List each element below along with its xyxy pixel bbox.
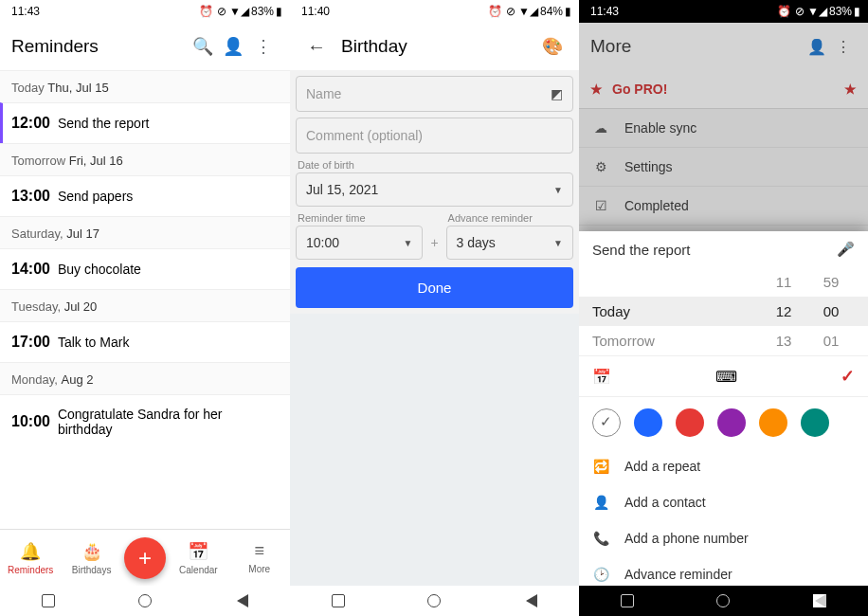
section-header: Monday, Aug 2: [0, 362, 290, 394]
picker-row-selected[interactable]: Today1200: [579, 297, 868, 326]
confirm-icon[interactable]: ✓: [841, 366, 855, 387]
section-header: Tuesday, Jul 20: [0, 289, 290, 321]
section-header: Today Thu, Jul 15: [0, 70, 290, 102]
color-orange[interactable]: [759, 408, 787, 437]
color-red[interactable]: [676, 408, 704, 437]
nav-birthdays[interactable]: 🎂Birthdays: [63, 541, 120, 575]
overflow-icon[interactable]: ⋮: [248, 36, 279, 57]
calendar-icon[interactable]: 📅: [592, 368, 611, 386]
advance-reminder-select[interactable]: 3 days▼: [446, 226, 573, 260]
birthday-form: Name◩ Comment (optional) Date of birth J…: [290, 70, 579, 314]
color-blue[interactable]: [634, 408, 662, 437]
add-person-icon[interactable]: 👤: [218, 36, 248, 57]
phone-icon: 📞: [592, 531, 609, 546]
system-nav: [290, 586, 579, 616]
advance-reminder[interactable]: 🕑Advance reminder: [579, 556, 868, 586]
empty-area: [290, 314, 579, 616]
recents-icon[interactable]: [621, 594, 634, 607]
status-bar: 11:43 ⏰ ⊘ ▼◢ 83% ▮: [0, 0, 290, 23]
picker-row[interactable]: 1159: [579, 267, 868, 297]
status-icons: ⏰ ⊘ ▼◢ 83% ▮: [777, 5, 860, 18]
reminder-item[interactable]: 13:00Send papers: [0, 175, 290, 216]
bottom-nav: 🔔Reminders 🎂Birthdays + 📅Calendar ≡More: [0, 529, 290, 586]
reminder-time-select[interactable]: 10:00▼: [296, 226, 423, 260]
home-icon[interactable]: [716, 594, 730, 607]
cake-icon: 🎂: [63, 541, 120, 562]
reminder-time-label: Reminder time: [296, 212, 423, 226]
comment-field[interactable]: Comment (optional): [296, 118, 573, 154]
chevron-down-icon: ▼: [404, 238, 413, 248]
add-button[interactable]: +: [124, 537, 166, 579]
reminder-title-input[interactable]: Send the report 🎤: [579, 231, 868, 267]
dob-label: Date of birth: [296, 159, 573, 172]
section-header: Saturday, Jul 17: [0, 216, 290, 248]
status-time: 11:43: [8, 5, 196, 18]
plus-separator: +: [428, 235, 440, 260]
dob-select[interactable]: Jul 15, 2021▼: [296, 172, 573, 207]
nav-calendar[interactable]: 📅Calendar: [170, 541, 226, 575]
reminder-item[interactable]: 14:00Buy chocolate: [0, 248, 290, 289]
back-icon[interactable]: [524, 594, 537, 607]
home-icon[interactable]: [427, 594, 441, 607]
status-time: 11:40: [298, 5, 485, 18]
repeat-icon: 🔁: [592, 459, 609, 474]
screen-birthday: 11:40 ⏰ ⊘ ▼◢ 84% ▮ ← Birthday 🎨 Name◩ Co…: [290, 0, 579, 616]
status-bar: 11:43 ⏰ ⊘ ▼◢ 83% ▮: [579, 0, 868, 23]
sheet-toolbar: 📅 ⌨ ✓: [579, 355, 868, 397]
recents-icon[interactable]: [42, 594, 55, 607]
advance-reminder-label: Advance reminder: [446, 212, 573, 226]
more-icon: ≡: [231, 541, 288, 561]
reminder-item[interactable]: 10:00Congratulate Sandra for her birthdd…: [0, 394, 290, 448]
add-contact[interactable]: 👤Add a contact: [579, 484, 868, 520]
back-icon[interactable]: [813, 594, 826, 607]
reminder-item[interactable]: 12:00Send the report: [0, 102, 290, 143]
palette-icon[interactable]: 🎨: [537, 36, 568, 57]
color-picker: [579, 397, 868, 448]
microphone-icon[interactable]: 🎤: [837, 241, 855, 258]
status-icons: ⏰ ⊘ ▼◢ 84% ▮: [488, 5, 571, 18]
recents-icon[interactable]: [332, 594, 345, 607]
back-icon[interactable]: [235, 594, 248, 607]
search-icon[interactable]: 🔍: [188, 36, 218, 57]
contact-icon[interactable]: ◩: [551, 86, 563, 101]
contact-icon: 👤: [592, 495, 609, 510]
status-time: 11:43: [587, 5, 774, 18]
keyboard-icon[interactable]: ⌨: [715, 368, 737, 386]
status-bar: 11:40 ⏰ ⊘ ▼◢ 84% ▮: [290, 0, 579, 23]
section-header: Tomorrow Fri, Jul 16: [0, 143, 290, 175]
color-none[interactable]: [592, 408, 621, 437]
action-bar: Reminders 🔍 👤 ⋮: [0, 23, 290, 70]
back-arrow-icon[interactable]: ←: [301, 36, 332, 58]
reminder-item[interactable]: 17:00Talk to Mark: [0, 321, 290, 362]
done-button[interactable]: Done: [296, 267, 573, 308]
color-teal[interactable]: [801, 408, 829, 437]
page-title: Birthday: [332, 36, 537, 57]
system-nav: [579, 586, 868, 616]
add-phone[interactable]: 📞Add a phone number: [579, 520, 868, 556]
bell-icon: 🔔: [2, 541, 59, 562]
screen-reminders: 11:43 ⏰ ⊘ ▼◢ 83% ▮ Reminders 🔍 👤 ⋮ Today…: [0, 0, 290, 616]
home-icon[interactable]: [138, 594, 152, 607]
action-bar: ← Birthday 🎨: [290, 23, 579, 70]
chevron-down-icon: ▼: [553, 238, 563, 248]
clock-icon: 🕑: [592, 567, 609, 582]
calendar-icon: 📅: [170, 541, 226, 562]
color-purple[interactable]: [717, 408, 746, 437]
picker-row[interactable]: Tomorrow1301: [579, 326, 868, 355]
name-field[interactable]: Name◩: [296, 76, 573, 112]
add-repeat[interactable]: 🔁Add a repeat: [579, 448, 868, 484]
nav-reminders[interactable]: 🔔Reminders: [2, 541, 59, 575]
chevron-down-icon: ▼: [553, 185, 563, 195]
screen-more: 11:43 ⏰ ⊘ ▼◢ 83% ▮ More 👤 ⋮ ★ Go PRO! ★ …: [579, 0, 868, 616]
date-time-picker[interactable]: 1159 Today1200 Tomorrow1301: [579, 267, 868, 355]
nav-more[interactable]: ≡More: [231, 541, 288, 574]
new-reminder-sheet: Send the report 🎤 1159 Today1200 Tomorro…: [579, 231, 868, 586]
system-nav: [0, 586, 290, 616]
page-title: Reminders: [11, 36, 188, 57]
status-icons: ⏰ ⊘ ▼◢ 83% ▮: [199, 5, 282, 18]
